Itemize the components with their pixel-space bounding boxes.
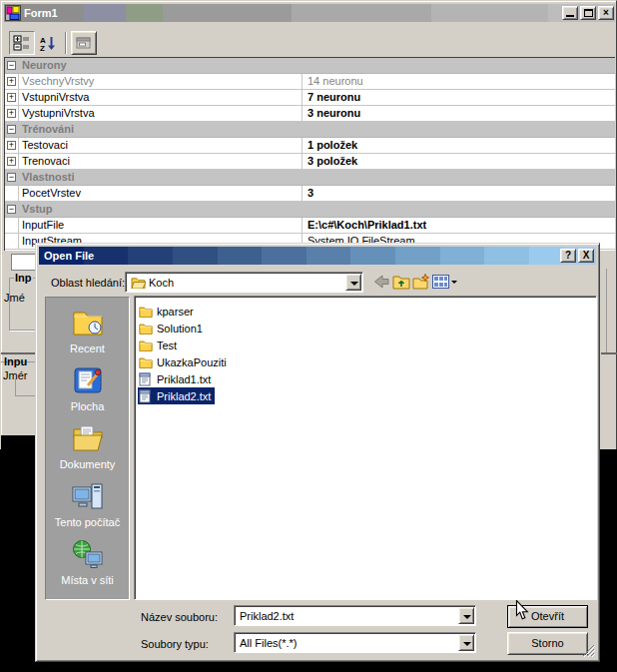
- folder-icon: [139, 339, 153, 351]
- views-icon: [432, 275, 449, 289]
- property-name: VstupniVrstva: [22, 91, 89, 103]
- property-category-row[interactable]: − Vstup: [5, 202, 615, 218]
- background-dark-fragment: [1, 435, 37, 450]
- property-row[interactable]: + Trenovaci 3 položek: [5, 154, 615, 170]
- property-value[interactable]: 7 neuronu: [308, 91, 360, 103]
- chevron-down-icon: [463, 615, 471, 619]
- property-row[interactable]: + VsechnyVrstvy 14 neuronu: [5, 74, 615, 90]
- property-value[interactable]: 14 neuronu: [308, 75, 363, 87]
- file-name: Solution1: [157, 323, 203, 335]
- property-row[interactable]: InputFile E:\c#\Koch\Priklad1.txt: [5, 218, 615, 234]
- svg-text:Z: Z: [40, 44, 45, 52]
- places-bar-label: Tento počítač: [55, 516, 120, 528]
- property-row[interactable]: + Testovaci 1 položek: [5, 138, 615, 154]
- property-row[interactable]: + VstupniVrstva 7 neuronu: [5, 90, 615, 106]
- text-file-icon: [139, 372, 151, 386]
- filename-combobox[interactable]: Priklad2.txt: [234, 605, 476, 626]
- places-bar-label: Plocha: [71, 400, 105, 412]
- back-button[interactable]: [371, 273, 390, 291]
- property-category-row[interactable]: − Trénováni: [5, 122, 615, 138]
- file-list-item[interactable]: UkazkaPouziti: [138, 353, 231, 370]
- open-file-dialog: Open File ? X Oblast hledání: Koch: [35, 243, 600, 662]
- look-in-value: Koch: [149, 277, 174, 289]
- views-menu-button[interactable]: [431, 273, 457, 291]
- property-value[interactable]: 1 položek: [308, 139, 357, 151]
- minimize-button[interactable]: [562, 6, 578, 20]
- dropdown-button[interactable]: [458, 607, 474, 624]
- resize-grip[interactable]: [582, 644, 595, 657]
- file-list-item[interactable]: Solution1: [138, 320, 207, 336]
- filename-value: Priklad2.txt: [240, 610, 294, 622]
- filename-label: Název souboru:: [141, 611, 218, 623]
- property-row[interactable]: PocetVrstev 3: [5, 186, 615, 202]
- panel-border-fragment: [1, 352, 37, 354]
- places-bar-item[interactable]: Tento počítač: [46, 481, 129, 528]
- cancel-button[interactable]: Storno: [507, 632, 588, 655]
- open-folder-icon: [131, 277, 146, 289]
- file-name: Test: [157, 339, 177, 351]
- property-value[interactable]: 3 položek: [308, 155, 357, 167]
- look-in-combobox[interactable]: Koch: [125, 272, 363, 293]
- file-list-item[interactable]: kparser: [138, 303, 198, 320]
- dropdown-button[interactable]: [458, 634, 474, 651]
- collapse-box-icon[interactable]: −: [7, 61, 16, 70]
- collapse-box-icon[interactable]: −: [7, 205, 16, 214]
- expand-box-icon[interactable]: +: [7, 109, 16, 118]
- desktop: Form1 × A Z: [0, 0, 617, 672]
- property-row[interactable]: + VystupniVrstva 3 neuronu: [5, 106, 615, 122]
- collapse-box-icon[interactable]: −: [7, 173, 16, 182]
- property-name: InputFile: [22, 219, 64, 231]
- filetype-combobox[interactable]: All Files(*.*): [234, 632, 476, 653]
- dialog-close-button[interactable]: X: [578, 249, 594, 263]
- property-name: Trenovaci: [22, 155, 70, 167]
- groupbox-title-fragment: Inpu: [4, 355, 27, 367]
- alphabetical-sort-icon: A Z: [39, 35, 57, 51]
- property-value[interactable]: 3: [308, 187, 313, 199]
- network-places-icon: [72, 539, 104, 569]
- chevron-down-icon: [463, 642, 471, 646]
- folder-icon: [139, 306, 153, 318]
- close-button[interactable]: ×: [598, 6, 614, 20]
- file-list-item[interactable]: Test: [138, 336, 181, 353]
- property-pages-button[interactable]: [71, 31, 97, 55]
- back-arrow-icon: [373, 275, 389, 289]
- property-value[interactable]: E:\c#\Koch\Priklad1.txt: [308, 219, 426, 231]
- collapse-box-icon[interactable]: −: [7, 125, 16, 134]
- filetype-label: Soubory typu:: [141, 638, 209, 650]
- file-name: Priklad2.txt: [157, 390, 211, 402]
- property-category-row[interactable]: − Neurony: [5, 58, 615, 74]
- groupbox-border-fragment: [606, 269, 607, 352]
- places-bar-item[interactable]: Plocha: [46, 365, 129, 412]
- up-one-level-button[interactable]: [391, 273, 410, 291]
- expand-box-icon[interactable]: +: [7, 77, 16, 86]
- property-category-row[interactable]: − Vlastnosti: [5, 170, 615, 186]
- dropdown-button[interactable]: [345, 274, 361, 291]
- property-grid-toolbar: A Z: [9, 30, 97, 56]
- alphabetical-button[interactable]: A Z: [35, 31, 61, 55]
- property-value[interactable]: 3 neuronu: [308, 107, 360, 119]
- maximize-button[interactable]: [580, 6, 596, 20]
- file-list[interactable]: kparser Solution1 Test UkazkaPouziti Pri…: [134, 296, 597, 600]
- places-bar-item[interactable]: Místa v síti: [46, 539, 129, 586]
- expand-box-icon[interactable]: +: [7, 93, 16, 102]
- form-icon: [5, 5, 21, 21]
- dialog-titlebar: Open File ? X: [39, 247, 596, 265]
- categorized-button[interactable]: [9, 31, 35, 55]
- window-titlebar: Form1 ×: [4, 4, 615, 22]
- places-bar: Recent Plocha Dokumenty Tento počítač: [45, 297, 130, 600]
- look-in-label: Oblast hledání:: [51, 277, 125, 289]
- property-grid[interactable]: − Neurony + VsechnyVrstvy 14 neuronu + V…: [4, 57, 615, 251]
- chevron-down-icon: [350, 282, 358, 286]
- property-name: VystupniVrstva: [22, 107, 95, 119]
- desktop-icon: [72, 365, 104, 395]
- help-button[interactable]: ?: [560, 249, 576, 263]
- new-folder-button[interactable]: [411, 273, 430, 291]
- places-bar-item[interactable]: Recent: [46, 308, 129, 354]
- places-bar-item[interactable]: Dokumenty: [46, 423, 129, 470]
- file-list-item[interactable]: Priklad2.txt: [138, 387, 215, 404]
- expand-box-icon[interactable]: +: [7, 157, 16, 166]
- expand-box-icon[interactable]: +: [7, 141, 16, 150]
- file-list-item[interactable]: Priklad1.txt: [138, 370, 215, 387]
- categorized-icon: [13, 35, 31, 51]
- file-name: kparser: [157, 306, 194, 318]
